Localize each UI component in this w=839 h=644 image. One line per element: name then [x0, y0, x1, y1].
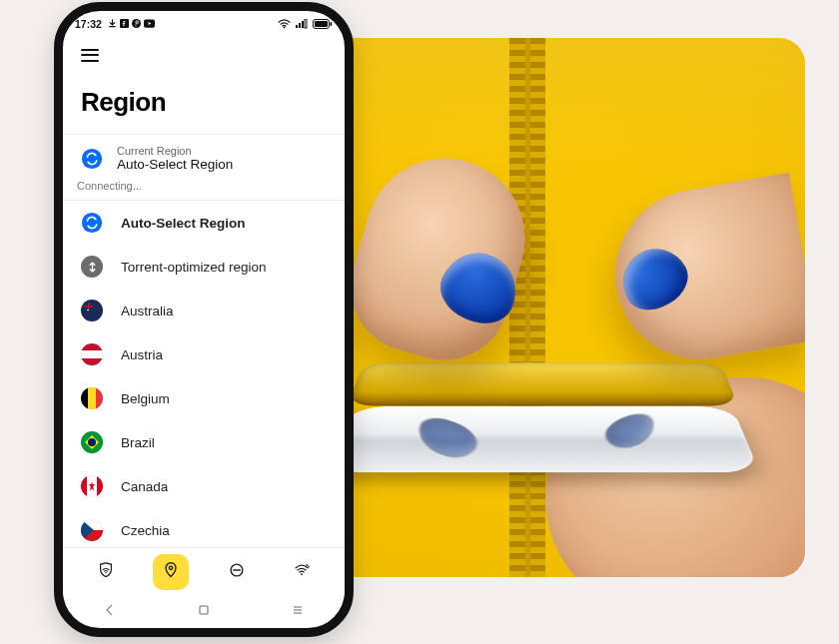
download-icon	[108, 19, 117, 30]
svg-rect-4	[296, 25, 298, 28]
svg-point-11	[82, 148, 102, 168]
svg-rect-6	[302, 21, 304, 28]
wifi-icon	[278, 19, 291, 29]
nav-location-button[interactable]	[153, 554, 189, 590]
region-item-be[interactable]: Belgium	[63, 376, 345, 420]
status-bar: 17:32	[63, 11, 345, 35]
region-item-at[interactable]: Austria	[63, 332, 345, 376]
back-key[interactable]	[103, 603, 117, 621]
wifi-settings-icon	[293, 561, 311, 583]
youtube-icon	[144, 19, 155, 30]
shield-wifi-icon	[97, 561, 115, 583]
region-item-label: Brazil	[121, 435, 155, 450]
region-item-label: Austria	[121, 347, 163, 362]
current-region-label: Current Region	[117, 145, 233, 157]
region-item-label: Torrent-optimized region	[121, 260, 267, 275]
region-item-torrent[interactable]: Torrent-optimized region	[63, 245, 345, 289]
torrent-icon	[81, 256, 103, 278]
svg-point-3	[284, 27, 286, 29]
svg-rect-18	[200, 606, 208, 614]
region-item-ca[interactable]: Canada	[63, 464, 345, 508]
svg-rect-10	[331, 22, 333, 26]
facebook-icon	[120, 19, 129, 30]
location-pin-icon	[162, 561, 180, 583]
flag-be-icon	[81, 387, 103, 409]
menu-button[interactable]	[81, 45, 99, 65]
svg-rect-5	[299, 23, 301, 28]
region-item-auto[interactable]: Auto-Select Region	[63, 201, 345, 245]
region-item-label: Auto-Select Region	[121, 216, 246, 231]
status-time: 17:32	[75, 18, 102, 30]
block-icon	[228, 561, 246, 583]
svg-point-17	[301, 573, 303, 575]
flag-br-icon	[81, 431, 103, 453]
battery-icon	[313, 19, 333, 29]
region-item-au[interactable]: Australia	[63, 289, 345, 332]
auto-select-icon	[81, 148, 103, 170]
home-key[interactable]	[197, 603, 211, 621]
pinterest-icon	[132, 19, 141, 30]
flag-au-icon	[81, 300, 103, 322]
svg-point-13	[105, 572, 107, 574]
region-list: Auto-Select Region Torrent-optimized reg…	[63, 201, 345, 589]
region-item-label: Canada	[121, 479, 168, 494]
region-item-label: Australia	[121, 304, 174, 319]
nav-vpn-button[interactable]	[88, 554, 124, 590]
nav-block-button[interactable]	[219, 554, 255, 590]
region-item-label: Czechia	[121, 523, 170, 538]
nav-network-button[interactable]	[284, 554, 320, 590]
region-item-br[interactable]: Brazil	[63, 420, 345, 464]
flag-cz-icon	[81, 519, 103, 541]
connection-status: Connecting...	[77, 180, 331, 192]
bottom-nav	[63, 547, 345, 596]
svg-rect-7	[305, 19, 307, 28]
flag-ca-icon	[81, 475, 103, 497]
region-item-cz[interactable]: Czechia	[63, 508, 345, 552]
svg-rect-9	[315, 21, 328, 27]
svg-point-14	[170, 566, 173, 569]
flag-at-icon	[81, 343, 103, 365]
current-region-panel: Current Region Auto-Select Region Connec…	[63, 134, 345, 201]
android-soft-keys	[63, 596, 345, 628]
svg-point-12	[82, 213, 102, 233]
recents-key[interactable]	[291, 603, 305, 621]
page-title: Region	[81, 87, 327, 118]
region-item-label: Belgium	[121, 391, 170, 406]
phone-frame: 17:32	[54, 2, 354, 637]
auto-select-icon	[81, 212, 103, 234]
signal-icon	[296, 19, 308, 29]
current-region-value: Auto-Select Region	[117, 157, 233, 172]
